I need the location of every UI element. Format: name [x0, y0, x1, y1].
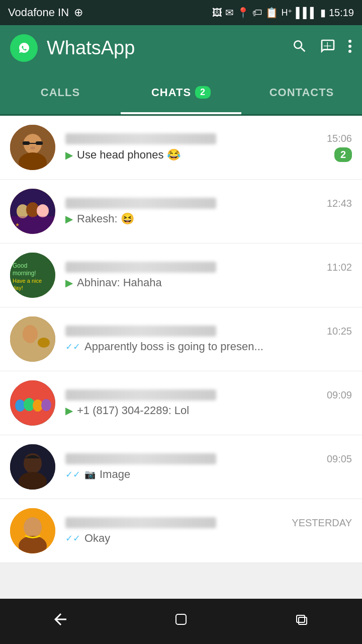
preview-message: Abhinav: Hahaha [77, 276, 162, 289]
image-icon: 🖼 [212, 7, 222, 19]
svg-rect-8 [23, 141, 30, 145]
preview-message: +1 (817) 304-2289: Lol [77, 404, 189, 417]
app-title: WhatsApp [47, 37, 135, 59]
email-icon: ✉ [225, 7, 234, 19]
chat-name [65, 517, 216, 528]
chat-time: 15:06 [327, 133, 352, 144]
play-icon: ▶ [65, 149, 73, 161]
svg-point-27 [38, 338, 50, 348]
chat-list: 15:06 ▶Use head phones 😂 2 ★ 12:43 ▶Rake… [0, 116, 362, 563]
chat-preview: ▶Abhinav: Hahaha [65, 276, 352, 289]
tab-calls[interactable]: CALLS [0, 70, 121, 114]
svg-point-31 [33, 399, 43, 412]
svg-point-25 [24, 326, 37, 339]
chat-preview: ✓✓Okay [65, 532, 352, 545]
svg-text:Good: Good [13, 262, 27, 269]
nav-bar [0, 599, 362, 644]
status-carrier: Vodafone IN ⊕ [8, 6, 83, 19]
chat-preview: ✓✓Apparently boss is going to presen... [65, 340, 352, 353]
avatar [10, 508, 55, 553]
network-icon: ▌▌▌ [296, 7, 317, 19]
chat-preview: ▶+1 (817) 304-2289: Lol [65, 404, 352, 417]
svg-point-11 [30, 146, 35, 149]
tick-icon: ✓✓ [65, 341, 80, 352]
maps-icon: 📍 [237, 7, 249, 19]
tab-calls-label: CALLS [41, 86, 80, 99]
clipboard-icon: 📋 [265, 7, 278, 19]
svg-rect-10 [30, 143, 36, 144]
preview-message: Use head phones 😂 [77, 148, 180, 162]
chat-name [65, 198, 216, 209]
avatar [10, 316, 55, 362]
chat-preview: ▶Use head phones 😂 2 [65, 147, 352, 162]
play-icon: ▶ [65, 405, 73, 417]
avatar [10, 125, 55, 170]
chat-item[interactable]: 15:06 ▶Use head phones 😂 2 [0, 116, 362, 180]
whatsapp-logo [10, 34, 38, 62]
preview-message: Rakesh: 😆 [77, 212, 134, 225]
chat-name [65, 389, 216, 400]
chat-content: 15:06 ▶Use head phones 😂 2 [65, 133, 352, 162]
chat-item[interactable]: YESTERDAY ✓✓Okay [0, 499, 362, 563]
chat-time: YESTERDAY [292, 517, 352, 529]
svg-point-3 [348, 50, 351, 53]
svg-rect-9 [36, 141, 43, 145]
chat-item[interactable]: 09:09 ▶+1 (817) 304-2289: Lol [0, 371, 362, 435]
chat-name [65, 262, 216, 273]
svg-rect-17 [10, 216, 55, 234]
tab-contacts[interactable]: CONTACTS [241, 70, 362, 114]
chat-time: 09:09 [327, 389, 352, 401]
chat-item[interactable]: 10:25 ✓✓Apparently boss is going to pres… [0, 307, 362, 371]
avatar [10, 444, 55, 490]
avatar: ★ [10, 189, 55, 234]
time-display: 15:19 [329, 7, 354, 19]
chat-header: 10:25 [65, 326, 352, 337]
chat-item[interactable]: Goodmorning!Have a niceday! 11:02 ▶Abhin… [0, 244, 362, 307]
back-button[interactable] [51, 610, 69, 632]
chat-content: 09:09 ▶+1 (817) 304-2289: Lol [65, 389, 352, 417]
preview-text: ✓✓Apparently boss is going to presen... [65, 340, 352, 353]
app-bar: WhatsApp [0, 25, 362, 70]
carrier-text: Vodafone IN [8, 6, 69, 19]
app-bar-icons [292, 38, 352, 58]
chat-time: 11:02 [327, 262, 352, 273]
svg-point-2 [348, 45, 351, 48]
search-button[interactable] [292, 38, 308, 58]
chat-name [65, 326, 216, 337]
tick-icon: ✓✓ [65, 533, 80, 544]
more-options-button[interactable] [348, 38, 352, 58]
svg-point-15 [37, 204, 49, 217]
chat-header: 09:05 [65, 453, 352, 465]
svg-text:morning!: morning! [13, 270, 36, 277]
preview-text: ✓✓📷Image [65, 468, 352, 481]
recents-button[interactable] [293, 610, 311, 632]
battery-icon: ▮ [320, 7, 326, 19]
preview-text: ✓✓Okay [65, 532, 352, 545]
chat-header: 12:43 [65, 198, 352, 209]
tick-icon: ✓✓ [65, 469, 80, 480]
app-bar-left: WhatsApp [10, 34, 135, 62]
preview-text: ▶+1 (817) 304-2289: Lol [65, 404, 352, 417]
status-right-icons: 🖼 ✉ 📍 🏷 📋 H⁺ ▌▌▌ ▮ 15:19 [212, 7, 354, 19]
compose-button[interactable] [320, 38, 336, 58]
play-icon: ▶ [65, 213, 73, 225]
chat-preview: ▶Rakesh: 😆 [65, 212, 352, 225]
chat-header: 09:09 [65, 389, 352, 401]
tabs-bar: CALLS CHATS 2 CONTACTS [0, 70, 362, 116]
chat-item[interactable]: 09:05 ✓✓📷Image [0, 435, 362, 499]
tab-chats[interactable]: CHATS 2 [121, 70, 241, 114]
svg-point-1 [348, 40, 351, 43]
home-button[interactable] [172, 610, 190, 632]
chat-time: 10:25 [327, 326, 352, 337]
signal-icon: H⁺ [281, 7, 293, 18]
chat-header: YESTERDAY [65, 517, 352, 529]
whatsapp-status-icon: ⊕ [74, 6, 83, 19]
store-icon: 🏷 [252, 7, 262, 19]
chat-time: 12:43 [327, 198, 352, 209]
svg-point-39 [25, 518, 41, 533]
chat-item[interactable]: ★ 12:43 ▶Rakesh: 😆 [0, 180, 362, 244]
tab-contacts-label: CONTACTS [269, 86, 334, 99]
preview-message: Apparently boss is going to presen... [84, 340, 263, 353]
chat-header: 15:06 [65, 133, 352, 144]
preview-message: Image [100, 468, 130, 481]
